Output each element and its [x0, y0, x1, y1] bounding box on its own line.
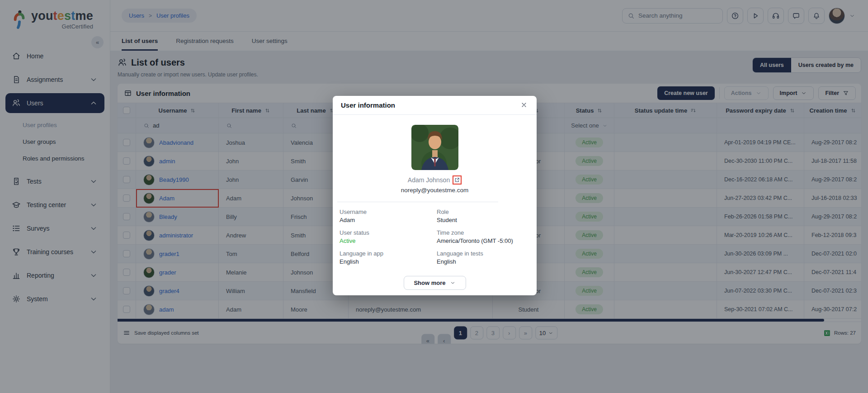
user-full-name: Adam Johnson — [408, 176, 450, 184]
external-link-icon — [454, 177, 460, 183]
field-value: Adam — [340, 217, 437, 223]
modal-name-row: Adam Johnson — [333, 175, 537, 185]
user-photo — [411, 125, 458, 170]
close-icon — [520, 101, 528, 109]
show-more-label: Show more — [414, 279, 445, 286]
chevron-down-icon — [450, 280, 456, 286]
field-label: Username — [340, 208, 437, 215]
field-label: User status — [340, 229, 437, 236]
modal-details: Username Adam Role Student User status A… — [333, 202, 537, 265]
field-language-in-tests: Language in tests English — [437, 250, 530, 265]
field-label: Language in tests — [437, 250, 530, 257]
field-label: Time zone — [437, 229, 530, 236]
field-role: Role Student — [437, 208, 530, 223]
field-label: Role — [437, 208, 530, 215]
field-value: Student — [437, 217, 530, 223]
field-user-status: User status Active — [340, 229, 437, 244]
field-value-status: Active — [340, 237, 437, 244]
field-value: America/Toronto (GMT -5:00) — [437, 237, 530, 244]
user-information-modal: User information Adam Johnson noreply@yo… — [333, 96, 537, 295]
field-username: Username Adam — [340, 208, 437, 223]
field-time-zone: Time zone America/Toronto (GMT -5:00) — [437, 229, 530, 244]
close-button[interactable] — [520, 101, 528, 109]
field-language-in-app: Language in app English — [340, 250, 437, 265]
show-more-button[interactable]: Show more — [404, 276, 466, 290]
field-value: English — [340, 258, 437, 265]
modal-title: User information — [341, 101, 395, 109]
open-profile-highlight[interactable] — [453, 175, 462, 185]
field-value: English — [437, 258, 530, 265]
modal-header: User information — [333, 96, 537, 115]
user-email: noreply@youtestme.com — [333, 187, 537, 194]
field-label: Language in app — [340, 250, 437, 257]
